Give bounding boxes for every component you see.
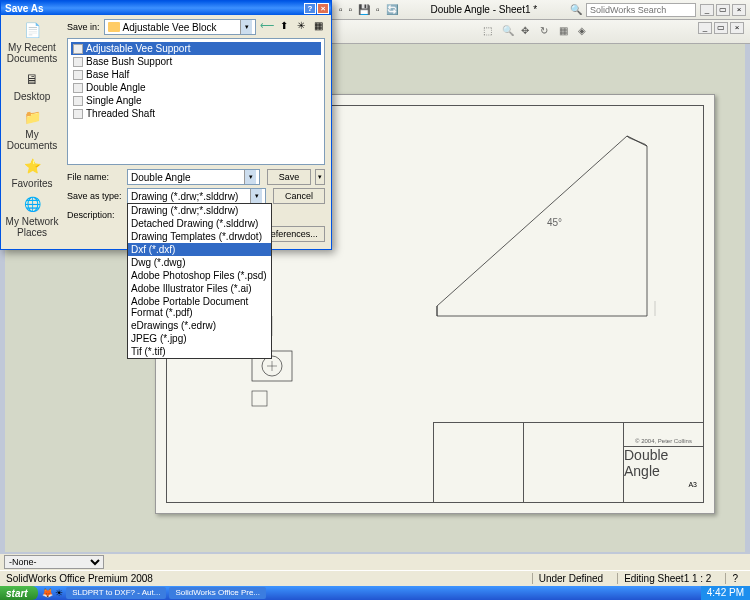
file-type-option[interactable]: Dwg (*.dwg) [128, 256, 271, 269]
save-icon[interactable]: 💾 [358, 4, 370, 15]
clock: 4:42 PM [707, 587, 744, 598]
drawing-file-icon [73, 96, 83, 106]
file-item[interactable]: Single Angle [71, 94, 321, 107]
back-button[interactable]: ⟵ [260, 20, 274, 34]
place-favorites[interactable]: ⭐ Favorites [11, 155, 52, 189]
saveas-type-label: Save as type: [67, 191, 123, 201]
zoom-area-icon[interactable]: 🔍 [502, 25, 516, 39]
place-recent[interactable]: 📄 My Recent Documents [1, 19, 63, 64]
section-icon[interactable]: ▦ [559, 25, 573, 39]
drawing-copyright: © 2004, Peter Collins [624, 436, 703, 447]
file-item[interactable]: Threaded Shaft [71, 107, 321, 120]
drawing-file-icon [73, 70, 83, 80]
folder-icon [108, 22, 120, 32]
filename-input[interactable]: Double Angle ▾ [127, 169, 260, 185]
recent-icon: 📄 [21, 19, 43, 41]
file-type-option[interactable]: Adobe Photoshop Files (*.psd) [128, 269, 271, 282]
search-icon: 🔍 [570, 4, 582, 15]
status-bar: SolidWorks Office Premium 2008 Under Def… [0, 570, 750, 586]
file-type-option[interactable]: Adobe Portable Document Format (*.pdf) [128, 295, 271, 319]
up-button[interactable]: ⬆ [277, 20, 291, 34]
file-type-option[interactable]: Drawing (*.drw;*.slddrw) [128, 204, 271, 217]
title-block-notes [434, 423, 524, 502]
save-options-button[interactable]: ▾ [315, 169, 325, 185]
sheet-size: A3 [682, 479, 703, 490]
dialog-title: Save As [5, 3, 44, 14]
chevron-down-icon[interactable]: ▾ [244, 170, 256, 184]
file-item[interactable]: Base Bush Support [71, 55, 321, 68]
doc-restore-button[interactable]: ▭ [714, 22, 728, 34]
new-folder-button[interactable]: ✳ [294, 20, 308, 34]
start-button[interactable]: start [0, 586, 38, 600]
description-label: Description: [67, 210, 123, 220]
place-network[interactable]: 🌐 My Network Places [1, 193, 63, 238]
svg-rect-9 [252, 391, 267, 406]
dialog-close-button[interactable]: × [317, 3, 329, 14]
toolbar-right: 🔍 _ ▭ × [570, 3, 746, 17]
taskbar-item[interactable]: SLDPRT to DXF? - Aut... [66, 587, 166, 599]
network-icon: 🌐 [21, 193, 43, 215]
open-icon[interactable]: ▫ [349, 4, 353, 15]
drawing-file-icon [73, 109, 83, 119]
file-type-option[interactable]: Drawing Templates (*.drwdot) [128, 230, 271, 243]
doc-close-button[interactable]: × [730, 22, 744, 34]
file-type-option[interactable]: JPEG (*.jpg) [128, 332, 271, 345]
drawing-title: Double Angle [624, 447, 703, 479]
cancel-button[interactable]: Cancel [273, 188, 325, 204]
savein-dropdown[interactable]: Adjustable Vee Block ▾ [104, 19, 256, 35]
documents-icon: 📁 [21, 106, 43, 128]
app-edition: SolidWorks Office Premium 2008 [6, 573, 153, 584]
status-icon: ? [725, 573, 744, 584]
file-item[interactable]: Adjustable Vee Support [71, 42, 321, 55]
drawing-file-icon [73, 44, 83, 54]
doc-minimize-button[interactable]: _ [698, 22, 712, 34]
new-icon[interactable]: ▫ [339, 4, 343, 15]
file-type-option[interactable]: eDrawings (*.edrw) [128, 319, 271, 332]
file-type-options-list: Drawing (*.drw;*.slddrw) Detached Drawin… [127, 203, 272, 359]
document-title: Double Angle - Sheet1 * [430, 4, 537, 15]
file-type-option[interactable]: Dxf (*.dxf) [128, 243, 271, 256]
drawing-file-icon [73, 57, 83, 67]
file-item[interactable]: Double Angle [71, 81, 321, 94]
search-input[interactable] [586, 3, 696, 17]
status-constraint: Under Defined [532, 573, 609, 584]
favorites-icon: ⭐ [21, 155, 43, 177]
file-item[interactable]: Base Half [71, 68, 321, 81]
saveas-type-dropdown[interactable]: Drawing (*.drw;*.slddrw) ▾ [127, 188, 266, 204]
file-type-option[interactable]: Adobe Illustrator Files (*.ai) [128, 282, 271, 295]
isometric-view: 45° [427, 126, 687, 326]
file-type-option[interactable]: Detached Drawing (*.slddrw) [128, 217, 271, 230]
chevron-down-icon[interactable]: ▾ [250, 189, 262, 203]
drawing-file-icon [73, 83, 83, 93]
desktop-icon: 🖥 [21, 68, 43, 90]
reference-bar: -None- [0, 554, 750, 570]
title-block-revisions [524, 423, 624, 502]
views-button[interactable]: ▦ [311, 20, 325, 34]
dialog-help-button[interactable]: ? [304, 3, 316, 14]
minimize-button[interactable]: _ [700, 4, 714, 16]
reference-select[interactable]: -None- [4, 555, 104, 569]
title-block: © 2004, Peter Collins Double Angle A3 [433, 422, 703, 502]
rotate-icon[interactable]: ↻ [540, 25, 554, 39]
dialog-titlebar[interactable]: Save As ? × [1, 1, 331, 15]
places-bar: 📄 My Recent Documents 🖥 Desktop 📁 My Doc… [1, 15, 63, 249]
save-button[interactable]: Save [267, 169, 311, 185]
place-documents[interactable]: 📁 My Documents [1, 106, 63, 151]
display-icon[interactable]: ◈ [578, 25, 592, 39]
zoom-fit-icon[interactable]: ⬚ [483, 25, 497, 39]
savein-label: Save in: [67, 22, 100, 32]
status-editing: Editing Sheet1 1 : 2 [617, 573, 717, 584]
print-icon[interactable]: ▫ [376, 4, 380, 15]
windows-taskbar: start 🦊 ☀ SLDPRT to DXF? - Aut... SolidW… [0, 586, 750, 600]
restore-button[interactable]: ▭ [716, 4, 730, 16]
system-tray[interactable]: 4:42 PM [701, 586, 750, 600]
taskbar-item[interactable]: SolidWorks Office Pre... [169, 587, 266, 599]
refresh-icon[interactable]: 🔄 [386, 4, 398, 15]
toolbar-icons: ▫ ▫ 💾 ▫ 🔄 [339, 4, 398, 15]
place-desktop[interactable]: 🖥 Desktop [14, 68, 51, 102]
file-list[interactable]: Adjustable Vee Support Base Bush Support… [67, 38, 325, 165]
close-button[interactable]: × [732, 4, 746, 16]
pan-icon[interactable]: ✥ [521, 25, 535, 39]
file-type-option[interactable]: Tif (*.tif) [128, 345, 271, 358]
filename-label: File name: [67, 172, 123, 182]
